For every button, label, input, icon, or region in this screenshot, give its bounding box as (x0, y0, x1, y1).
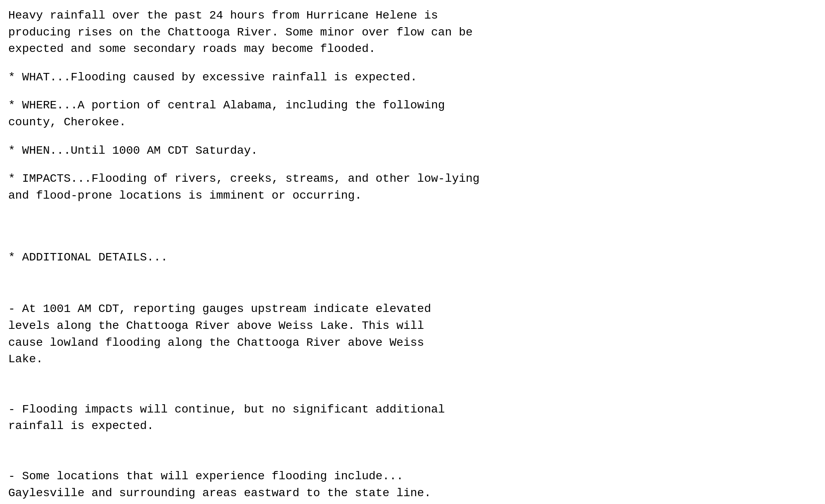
intro-paragraph: Heavy rainfall over the past 24 hours fr… (8, 7, 817, 58)
additional-details-block: * ADDITIONAL DETAILS... - At 1001 AM CDT… (8, 216, 817, 504)
detail-line-3: - Some locations that will experience fl… (8, 468, 817, 502)
when-item: * WHEN...Until 1000 AM CDT Saturday. (8, 143, 817, 159)
additional-details-header: * ADDITIONAL DETAILS... (8, 249, 817, 266)
detail-line-1: - At 1001 AM CDT, reporting gauges upstr… (8, 301, 817, 368)
impacts-item: * IMPACTS...Flooding of rivers, creeks, … (8, 171, 817, 204)
main-content: Heavy rainfall over the past 24 hours fr… (8, 7, 817, 504)
what-item: * WHAT...Flooding caused by excessive ra… (8, 69, 817, 86)
detail-line-2: - Flooding impacts will continue, but no… (8, 401, 817, 435)
where-item: * WHERE...A portion of central Alabama, … (8, 97, 817, 131)
